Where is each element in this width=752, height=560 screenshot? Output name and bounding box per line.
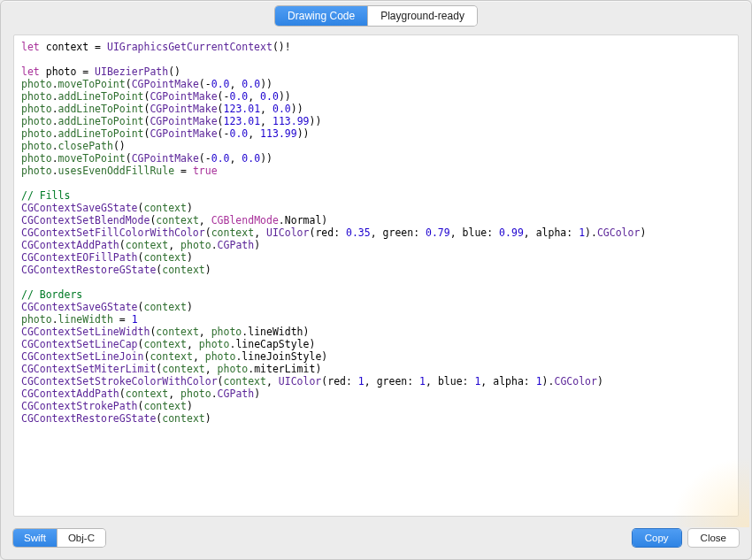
code-token: photo [21, 152, 52, 165]
code-token: , [260, 115, 272, 127]
code-token: , green: [364, 375, 419, 387]
code-comment: // Borders [21, 288, 82, 301]
code-token: , [260, 103, 272, 115]
language-segmented: Swift Obj-C [13, 529, 105, 547]
bottom-toolbar: Swift Obj-C Copy Close [1, 524, 751, 559]
code-token: ) [205, 412, 211, 425]
code-token: context [156, 214, 198, 226]
code-token: 113.99 [260, 127, 297, 140]
code-token: CGContextSaveGState [21, 301, 138, 313]
code-token: 113.99 [272, 115, 310, 127]
code-token: ) [187, 301, 193, 313]
code-token: let [21, 41, 40, 53]
code-token: CGContextSetFillColorWithColor [21, 226, 205, 239]
code-token: CGPath [218, 239, 255, 251]
code-token: )) [297, 127, 310, 140]
code-token: (- [199, 152, 211, 165]
code-token: lineWidth [248, 326, 303, 338]
code-token: usesEvenOddFillRule [58, 165, 175, 177]
code-token: Normal [285, 214, 322, 226]
code-token: context = [40, 41, 107, 53]
code-token: photo [211, 326, 242, 338]
code-token: 0.0 [272, 103, 291, 115]
code-token: 0.0 [242, 152, 260, 165]
code-token: ( [138, 251, 144, 264]
code-token: ). [542, 375, 555, 387]
code-token: , [193, 350, 205, 363]
code-token: ( [126, 78, 132, 90]
code-token: 0.35 [346, 226, 371, 239]
code-token: . [52, 140, 58, 152]
code-token: ) [205, 264, 211, 276]
code-token: CGContextStrokePath [21, 400, 138, 412]
code-token: ) [187, 400, 193, 412]
tab-objc[interactable]: Obj-C [57, 529, 105, 547]
code-token: . [52, 165, 58, 177]
code-token: context [126, 239, 168, 251]
code-token: , [229, 78, 242, 90]
code-token: , [187, 338, 199, 350]
tab-playground-ready[interactable]: Playground-ready [367, 6, 477, 26]
code-token: , [229, 152, 242, 165]
code-token: ) [187, 202, 193, 214]
code-token: addLineToPoint [58, 127, 144, 140]
code-token: context [144, 202, 187, 214]
code-token: ) [309, 338, 315, 350]
code-token: CGContextEOFillPath [21, 251, 138, 264]
code-token: moveToPoint [58, 152, 126, 165]
code-token: . [52, 313, 58, 326]
code-token: 0.79 [426, 226, 450, 239]
code-token: () [113, 140, 126, 152]
code-token: CGContextSetBlendMode [21, 214, 150, 226]
code-token: addLineToPoint [58, 103, 144, 115]
code-token: (- [218, 90, 230, 103]
code-token: CGContextSetLineJoin [21, 350, 143, 363]
code-token: ) [321, 214, 327, 226]
code-token: (red: [321, 375, 358, 387]
code-token: 1 [536, 375, 542, 387]
code-token: context [162, 363, 204, 375]
code-token: context [144, 251, 187, 264]
code-token: true [193, 165, 218, 177]
code-token: photo [21, 140, 52, 152]
code-token: photo [21, 127, 52, 140]
code-token: , [266, 375, 279, 387]
code-token: photo [199, 338, 230, 350]
code-token: 0.0 [242, 78, 260, 90]
code-token: . [52, 152, 58, 165]
code-token: lineJoinStyle [242, 350, 321, 363]
code-token: , [168, 387, 180, 400]
code-textview[interactable]: let context = UIGraphicsGetCurrentContex… [13, 35, 739, 517]
code-token: 0.0 [211, 78, 230, 90]
code-token: context [211, 226, 254, 239]
code-token: ()! [272, 41, 291, 53]
code-token: context [144, 338, 187, 350]
code-token: CGPath [218, 387, 255, 400]
code-token: CGColor [597, 226, 640, 239]
copy-button[interactable]: Copy [633, 529, 681, 547]
code-token: let [21, 65, 40, 78]
close-button[interactable]: Close [688, 529, 739, 547]
code-token: . [52, 103, 58, 115]
code-token: . [52, 78, 58, 90]
code-token: . [52, 127, 58, 140]
code-token: , blue: [450, 226, 499, 239]
code-token: CGPointMake [132, 78, 199, 90]
code-token: context [224, 375, 266, 387]
code-token: ( [126, 152, 132, 165]
code-token: 1 [419, 375, 426, 387]
code-token: context [144, 400, 187, 412]
code-token: photo [21, 78, 52, 90]
code-token: CGPointMake [150, 103, 217, 115]
code-token: CGContextRestoreGState [21, 412, 156, 425]
code-token: , green: [371, 226, 426, 239]
code-token: ) [597, 375, 603, 387]
code-token: lineCapStyle [235, 338, 309, 350]
tab-drawing-code[interactable]: Drawing Code [275, 6, 367, 26]
tab-swift[interactable]: Swift [13, 529, 57, 547]
code-token: ) [640, 226, 646, 239]
code-token: CGContextAddPath [21, 239, 119, 251]
code-token: CGContextAddPath [21, 387, 119, 400]
code-token: , alpha: [480, 375, 535, 387]
code-token: CGContextSetLineCap [21, 338, 138, 350]
